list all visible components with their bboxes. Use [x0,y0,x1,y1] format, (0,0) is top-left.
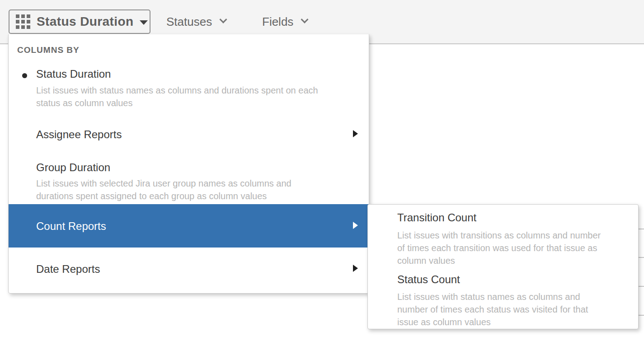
screen: Status Duration Statuses Fields COLUMNS … [0,0,644,341]
menu-item-group-duration[interactable]: Group Duration [36,161,110,174]
submenu-item-status-count-description: List issues with status names as columns… [397,290,607,328]
grid-icon [16,14,30,29]
table-row-border [638,257,644,258]
submenu-arrow-icon [353,265,358,272]
chevron-down-icon [301,16,309,23]
menu-item-group-duration-description: List issues with selected Jira user grou… [36,177,330,202]
count-reports-submenu: Transition Count List issues with transi… [367,204,639,329]
menu-item-count-reports[interactable]: Count Reports [9,204,369,248]
submenu-item-transition-count-description: List issues with transitions as columns … [397,229,607,267]
submenu-item-transition-count[interactable]: Transition Count [397,211,476,224]
menu-item-assignee-reports[interactable]: Assignee Reports [36,128,122,141]
menu-item-status-duration[interactable]: Status Duration [36,68,111,80]
columns-by-dropdown: COLUMNS BY Status Duration List issues w… [8,34,369,294]
dropdown-section-header: COLUMNS BY [17,45,80,55]
report-picker-label: Status Duration [37,14,133,29]
menu-item-date-reports[interactable]: Date Reports [36,263,100,276]
caret-down-icon [140,20,148,25]
table-row-border [638,315,644,316]
menu-item-status-duration-description: List issues with status names as columns… [36,84,330,109]
menu-item-count-reports-label: Count Reports [36,220,106,233]
chevron-down-icon [220,16,227,23]
toolbar-menu-statuses-label: Statuses [166,15,212,29]
report-picker-button[interactable]: Status Duration [9,9,150,34]
submenu-arrow-icon [353,222,358,229]
table-row-border [638,229,644,229]
table-row-border [638,286,644,287]
submenu-item-status-count[interactable]: Status Count [397,273,460,286]
selected-bullet-icon [22,73,27,78]
submenu-arrow-icon [353,130,358,137]
toolbar-menu-fields-label: Fields [262,15,293,29]
